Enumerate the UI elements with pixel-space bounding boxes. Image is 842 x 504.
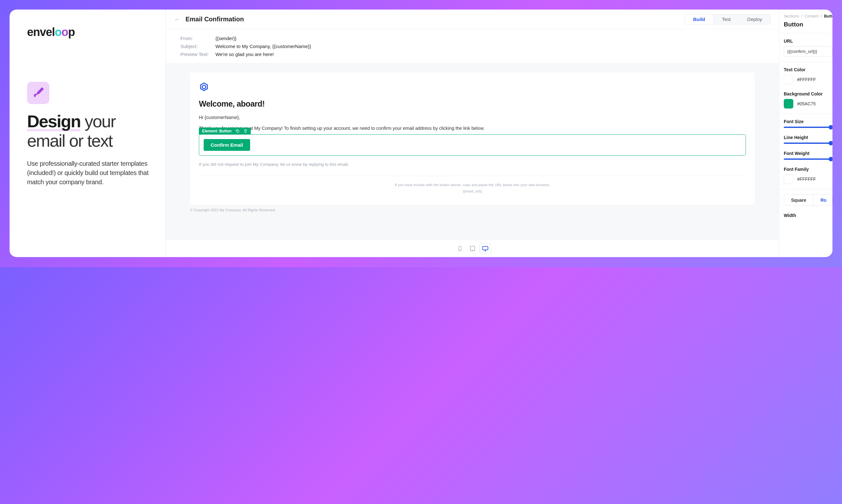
trash-icon[interactable]: [244, 129, 248, 133]
email-greeting: Hi {customerName},: [199, 114, 746, 121]
copy-icon[interactable]: [235, 129, 239, 133]
company-logo-icon: [199, 82, 209, 92]
tab-deploy[interactable]: Deploy: [739, 14, 770, 24]
device-desktop-icon[interactable]: [480, 243, 491, 254]
email-disclaimer: If you did not request to join My Compan…: [199, 162, 746, 167]
preview-label: Preview Text:: [180, 52, 215, 57]
shape-segmented: Square Ro: [784, 194, 832, 206]
selected-button-element[interactable]: Confirm Email: [199, 134, 746, 156]
svg-rect-5: [482, 246, 488, 250]
bg-color-value[interactable]: #05AC75: [797, 101, 816, 106]
bg-color-label: Background Color: [784, 91, 832, 96]
subject-label: Subject:: [180, 43, 215, 49]
font-weight-slider[interactable]: [784, 159, 832, 160]
properties-panel: Sections / Content / Button Button URL {…: [779, 10, 832, 257]
hero-subcopy: Use professionally-curated starter templ…: [27, 159, 151, 187]
url-label: URL: [784, 38, 832, 43]
device-preview-bar: [166, 239, 779, 257]
line-height-slider[interactable]: [784, 143, 832, 144]
element-selection-handle[interactable]: Element: Button: [199, 128, 251, 134]
text-color-swatch[interactable]: [784, 75, 793, 84]
url-input[interactable]: {{{confirm_url}}}: [784, 46, 832, 57]
text-color-value[interactable]: #FFFFFF: [797, 77, 816, 82]
panel-title: Button: [784, 21, 832, 28]
tab-build[interactable]: Build: [685, 14, 714, 24]
font-family-swatch[interactable]: [784, 174, 793, 184]
shape-round-option[interactable]: Ro: [813, 195, 832, 205]
back-arrow-icon[interactable]: ←: [174, 16, 180, 23]
confirm-email-button[interactable]: Confirm Email: [204, 139, 250, 151]
hero-headline: Design youremail or text: [27, 112, 151, 150]
device-tablet-icon[interactable]: [467, 243, 478, 254]
email-heading: Welcome, aboard!: [199, 99, 746, 108]
email-preview[interactable]: Welcome, aboard! Hi {customerName}, Than…: [190, 73, 755, 205]
marketing-pane: enveloop Design youremail or text Use pr…: [10, 10, 165, 257]
brand-logo: enveloop: [27, 25, 151, 39]
bg-color-swatch[interactable]: [784, 99, 793, 108]
font-family-label: Font Family: [784, 167, 832, 172]
from-label: From:: [180, 36, 215, 41]
email-meta: From:{{sender}} Subject:Welcome to My Co…: [166, 29, 779, 64]
copyright-text: © Copyright 2022 My Company. All Rights …: [190, 205, 755, 212]
email-footer-note: If you have trouble with the button abov…: [199, 176, 746, 197]
breadcrumb[interactable]: Sections / Content / Button: [784, 14, 832, 18]
mode-tabs: Build Test Deploy: [684, 14, 771, 24]
font-weight-label: Font Weight: [784, 151, 832, 156]
line-height-label: Line Height: [784, 135, 832, 140]
svg-point-4: [472, 250, 472, 250]
preview-value[interactable]: We're so glad you are here!: [215, 52, 274, 57]
font-size-label: Font Size: [784, 119, 832, 124]
width-label: Width: [784, 213, 832, 218]
subject-value[interactable]: Welcome to My Company, {{customerName}}: [215, 43, 311, 49]
svg-point-2: [460, 250, 460, 250]
device-phone-icon[interactable]: [454, 243, 466, 254]
font-size-slider[interactable]: [784, 127, 832, 128]
page-title: Email Confirmation: [185, 16, 679, 23]
svg-rect-0: [237, 130, 239, 132]
tab-test[interactable]: Test: [714, 14, 739, 24]
from-value[interactable]: {{sender}}: [215, 36, 236, 41]
shape-square-option[interactable]: Square: [784, 195, 813, 205]
text-color-label: Text Color: [784, 67, 832, 72]
font-family-value[interactable]: #FFFFFF: [797, 177, 816, 182]
design-icon: [27, 82, 49, 104]
